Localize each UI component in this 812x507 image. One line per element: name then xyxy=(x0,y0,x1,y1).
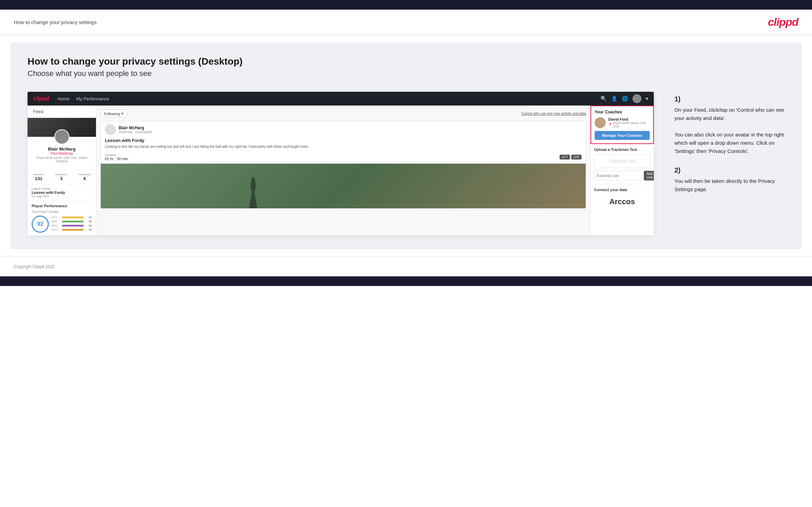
bar-ott: OTT 90 xyxy=(52,216,92,219)
bar-arg: ARG 86 xyxy=(52,224,92,227)
coach-info: David Ford 📍 Royal North Devon Golf Club xyxy=(608,117,650,128)
coaches-title: Your Coaches xyxy=(595,110,650,114)
app-body: Feed Blair McHarg Plus Handicap Royal No… xyxy=(28,106,654,235)
quality-circle: 92 xyxy=(32,216,49,233)
stat-followers: Followers 3 xyxy=(55,173,67,181)
coach-name: David Ford xyxy=(608,117,650,121)
page-title: How to change your privacy settings (Des… xyxy=(28,56,784,67)
app-screenshot: clippd Home My Performance 🔍 👤 🌐 ▾ Feed xyxy=(28,92,654,235)
app-nav-links: Home My Performance xyxy=(57,96,600,101)
connect-title: Connect your data xyxy=(594,188,650,192)
control-privacy-link[interactable]: Control who can see your activity and da… xyxy=(521,112,586,115)
post-image xyxy=(101,164,586,208)
quality-row: 92 OTT 90 APP 85 xyxy=(32,216,92,233)
person-icon[interactable]: 👤 xyxy=(611,96,618,102)
trackman-placeholder: Trackman Link xyxy=(609,159,636,164)
post-description: Looking to feel like my hands are exitin… xyxy=(101,144,586,152)
post-title: Lesson with Fordy xyxy=(101,138,586,144)
profile-handicap: Plus Handicap xyxy=(31,152,93,155)
post-card: Blair McHarg Yesterday · Sunningdale Les… xyxy=(100,121,586,209)
nav-my-performance[interactable]: My Performance xyxy=(76,96,109,101)
trackman-input[interactable] xyxy=(594,171,642,180)
instruction-text-1: On your Feed, click/tap on 'Control who … xyxy=(674,106,784,155)
instructions-panel: 1) On your Feed, click/tap on 'Control w… xyxy=(668,92,784,208)
copyright-text: Copyright Clippd 2022 xyxy=(14,264,55,269)
app-sidebar: Feed Blair McHarg Plus Handicap Royal No… xyxy=(28,106,96,235)
profile-banner xyxy=(28,118,96,137)
chevron-down-icon[interactable]: ▾ xyxy=(646,96,648,102)
instruction-1: 1) On your Feed, click/tap on 'Control w… xyxy=(674,95,784,155)
app-logo: clippd xyxy=(33,96,49,102)
bar-putt: PUTT 96 xyxy=(52,228,92,231)
main-content: How to change your privacy settings (Des… xyxy=(10,42,802,249)
header: How to change your privacy settings clip… xyxy=(0,10,812,35)
coach-club: 📍 Royal North Devon Golf Club xyxy=(608,121,650,128)
stat-activities: Activities 131 xyxy=(33,173,44,181)
feed-header: Following ▾ Control who can see your act… xyxy=(100,110,586,118)
page-subtitle: Choose what you want people to see xyxy=(28,69,784,78)
nav-home[interactable]: Home xyxy=(57,96,69,101)
trackman-title: Upload a Trackman Test xyxy=(594,147,650,152)
bar-app: APP 85 xyxy=(52,220,92,223)
latest-activity: Latest Activity Lesson with Fordy 03 Aug… xyxy=(28,184,96,201)
app-right-panel: Your Coaches David Ford 📍 Royal North De… xyxy=(590,106,654,235)
user-avatar[interactable] xyxy=(632,94,641,103)
instruction-text-2: You will then be taken directly to the P… xyxy=(674,177,784,194)
profile-card: Blair McHarg Plus Handicap Royal North D… xyxy=(28,118,96,184)
trackman-box: Trackman Link xyxy=(594,154,650,168)
app-navbar: clippd Home My Performance 🔍 👤 🌐 ▾ xyxy=(28,92,654,106)
location-icon: 📍 xyxy=(608,123,612,126)
header-title: How to change your privacy settings xyxy=(14,19,97,25)
profile-stats: Activities 131 Followers 3 Following 4 xyxy=(28,170,96,184)
profile-club: Royal North Devon Golf Club, United King… xyxy=(31,156,93,163)
feed-tab[interactable]: Feed xyxy=(28,106,96,118)
coach-avatar xyxy=(595,117,606,128)
post-header: Blair McHarg Yesterday · Sunningdale xyxy=(101,121,586,138)
top-bar xyxy=(0,0,812,10)
post-user-info: Blair McHarg Yesterday · Sunningdale xyxy=(119,125,152,134)
instruction-2: 2) You will then be taken directly to th… xyxy=(674,166,784,194)
app-feed: Following ▾ Control who can see your act… xyxy=(96,106,590,235)
instruction-number-1: 1) xyxy=(674,95,784,103)
post-duration: Duration 01 hr : 30 min OTT APP xyxy=(101,152,586,164)
trackman-section: Upload a Trackman Test Trackman Link Add… xyxy=(591,144,654,184)
app-badge: APP xyxy=(571,155,582,159)
following-button[interactable]: Following ▾ xyxy=(100,110,127,118)
stat-following: Following 4 xyxy=(79,173,90,181)
instruction-number-2: 2) xyxy=(674,166,784,174)
coach-row: David Ford 📍 Royal North Devon Golf Club xyxy=(595,117,650,128)
manage-coaches-button[interactable]: Manage Your Coaches xyxy=(595,131,650,140)
app-nav-icons: 🔍 👤 🌐 ▾ xyxy=(600,94,648,103)
footer: Copyright Clippd 2022 xyxy=(0,256,812,276)
add-link-button[interactable]: Add Link xyxy=(644,171,654,180)
search-icon[interactable]: 🔍 xyxy=(600,96,607,102)
coaches-section: Your Coaches David Ford 📍 Royal North De… xyxy=(591,106,654,144)
two-col-layout: clippd Home My Performance 🔍 👤 🌐 ▾ Feed xyxy=(28,92,784,235)
globe-icon[interactable]: 🌐 xyxy=(622,96,628,102)
arccos-text: Arccos xyxy=(594,195,650,209)
clippd-logo: clippd xyxy=(768,16,798,29)
ott-badge: OTT xyxy=(560,155,570,159)
connect-section: Connect your data Arccos xyxy=(591,184,654,212)
golfer-silhouette xyxy=(246,177,260,208)
tag-badges: OTT APP xyxy=(560,155,582,159)
post-avatar xyxy=(105,124,116,135)
trackman-input-row: Add Link xyxy=(594,171,650,180)
profile-name: Blair McHarg xyxy=(31,146,93,152)
quality-bars: OTT 90 APP 85 ARG xyxy=(52,216,92,232)
player-performance: Player Performance Total Player Quality … xyxy=(28,201,96,235)
bottom-bar xyxy=(0,276,812,286)
profile-avatar xyxy=(54,129,69,144)
